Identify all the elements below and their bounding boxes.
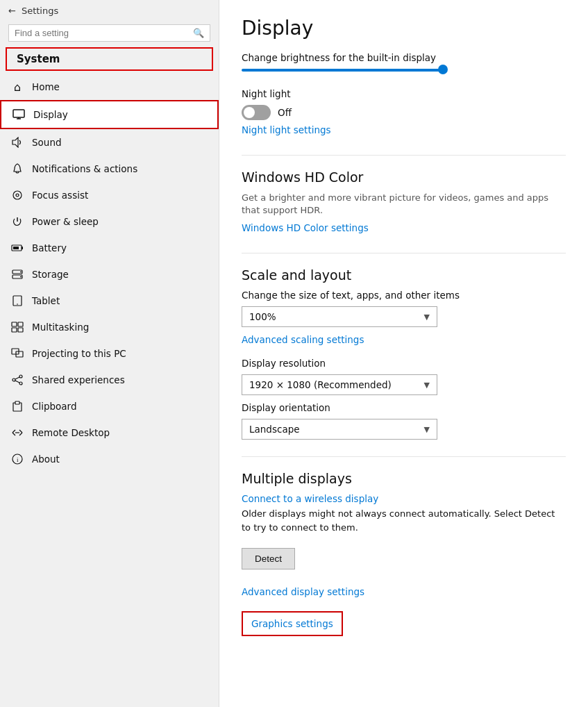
svg-point-4 bbox=[13, 191, 22, 199]
search-box[interactable]: 🔍 bbox=[8, 24, 210, 42]
graphics-settings-link[interactable]: Graphics settings bbox=[251, 618, 333, 629]
sidebar-item-about[interactable]: i About bbox=[0, 446, 219, 472]
divider-3 bbox=[242, 456, 566, 457]
system-section-label: System bbox=[6, 47, 213, 71]
hd-color-title: Windows HD Color bbox=[242, 169, 566, 185]
sidebar-item-label-storage: Storage bbox=[32, 269, 69, 280]
resolution-dropdown-chevron: ▼ bbox=[424, 381, 430, 390]
storage-icon bbox=[11, 268, 24, 281]
sidebar-item-label-tablet: Tablet bbox=[32, 295, 60, 306]
svg-line-30 bbox=[19, 430, 22, 433]
svg-point-14 bbox=[17, 303, 18, 305]
sidebar-item-sound[interactable]: Sound bbox=[0, 129, 219, 156]
detect-button[interactable]: Detect bbox=[242, 548, 295, 569]
brightness-track bbox=[242, 69, 443, 72]
svg-line-24 bbox=[15, 377, 19, 379]
remote-icon bbox=[11, 426, 24, 439]
svg-rect-16 bbox=[18, 322, 23, 326]
main-content: Display Change brightness for the built-… bbox=[219, 0, 588, 707]
display-icon bbox=[12, 108, 25, 121]
settings-back-button[interactable]: ← Settings bbox=[0, 0, 219, 22]
advanced-scaling-link[interactable]: Advanced scaling settings bbox=[242, 334, 364, 345]
sound-icon bbox=[11, 136, 24, 149]
orientation-dropdown-chevron: ▼ bbox=[424, 425, 430, 434]
clipboard-icon bbox=[11, 400, 24, 413]
power-icon bbox=[11, 215, 24, 228]
sidebar: ← Settings 🔍 System ⌂ Home Display So bbox=[0, 0, 219, 707]
hd-color-settings-link[interactable]: Windows HD Color settings bbox=[242, 222, 369, 233]
night-light-section: Night light Off Night light settings bbox=[242, 88, 566, 138]
svg-line-25 bbox=[15, 381, 19, 383]
resolution-dropdown[interactable]: 1920 × 1080 (Recommended) ▼ bbox=[242, 374, 437, 395]
sidebar-item-home[interactable]: ⌂ Home bbox=[0, 74, 219, 100]
tablet-icon bbox=[11, 294, 24, 307]
projecting-icon bbox=[11, 347, 24, 360]
svg-rect-8 bbox=[22, 247, 23, 249]
sidebar-item-display[interactable]: Display bbox=[0, 100, 219, 129]
sidebar-item-clipboard[interactable]: Clipboard bbox=[0, 393, 219, 419]
sidebar-item-storage[interactable]: Storage bbox=[0, 261, 219, 288]
svg-rect-7 bbox=[13, 247, 19, 249]
sidebar-item-label-home: Home bbox=[32, 81, 60, 92]
night-light-toggle[interactable] bbox=[242, 105, 271, 120]
night-light-state: Off bbox=[278, 107, 292, 118]
notifications-icon bbox=[11, 163, 24, 175]
orientation-label: Display orientation bbox=[242, 402, 566, 413]
sidebar-item-label-about: About bbox=[32, 454, 60, 465]
sidebar-item-projecting[interactable]: Projecting to this PC bbox=[0, 340, 219, 367]
svg-rect-18 bbox=[18, 328, 23, 332]
sidebar-item-shared[interactable]: Shared experiences bbox=[0, 367, 219, 393]
svg-point-12 bbox=[20, 276, 22, 278]
sidebar-item-label-clipboard: Clipboard bbox=[32, 401, 76, 412]
multiple-displays-info: Older displays might not always connect … bbox=[242, 507, 566, 534]
about-icon: i bbox=[11, 453, 24, 465]
resolution-label: Display resolution bbox=[242, 358, 566, 369]
advanced-display-settings-link[interactable]: Advanced display settings bbox=[242, 586, 364, 597]
sidebar-item-label-notifications: Notifications & actions bbox=[32, 163, 137, 174]
focus-icon bbox=[11, 189, 24, 201]
shared-icon bbox=[11, 374, 24, 386]
hd-color-description: Get a brighter and more vibrant picture … bbox=[242, 192, 566, 217]
sidebar-item-multitasking[interactable]: Multitasking bbox=[0, 314, 219, 340]
divider-2 bbox=[242, 253, 566, 253]
svg-text:i: i bbox=[17, 456, 19, 463]
graphics-settings-box[interactable]: Graphics settings bbox=[242, 611, 343, 636]
multiple-displays-title: Multiple displays bbox=[242, 471, 566, 486]
search-input[interactable] bbox=[15, 28, 189, 38]
sidebar-item-label-sound: Sound bbox=[32, 137, 62, 148]
sidebar-item-remote[interactable]: Remote Desktop bbox=[0, 419, 219, 446]
svg-line-28 bbox=[12, 430, 15, 433]
resolution-dropdown-value: 1920 × 1080 (Recommended) bbox=[249, 379, 392, 390]
brightness-label: Change brightness for the built-in displ… bbox=[242, 52, 566, 63]
orientation-dropdown[interactable]: Landscape ▼ bbox=[242, 419, 437, 440]
brightness-slider[interactable] bbox=[242, 69, 443, 72]
sidebar-item-label-shared: Shared experiences bbox=[32, 374, 125, 385]
svg-rect-0 bbox=[13, 110, 24, 117]
svg-line-31 bbox=[19, 433, 22, 435]
svg-line-29 bbox=[12, 433, 15, 435]
sidebar-item-label-display: Display bbox=[33, 109, 68, 120]
orientation-dropdown-value: Landscape bbox=[249, 424, 300, 435]
size-dropdown[interactable]: 100% ▼ bbox=[242, 306, 437, 327]
sidebar-item-label-power: Power & sleep bbox=[32, 216, 99, 227]
svg-point-21 bbox=[19, 375, 22, 378]
size-dropdown-value: 100% bbox=[249, 311, 276, 322]
hd-color-section: Windows HD Color Get a brighter and more… bbox=[242, 169, 566, 236]
svg-point-5 bbox=[16, 194, 19, 197]
wireless-display-link[interactable]: Connect to a wireless display bbox=[242, 493, 378, 504]
sidebar-item-focus[interactable]: Focus assist bbox=[0, 182, 219, 208]
sidebar-item-power[interactable]: Power & sleep bbox=[0, 208, 219, 235]
page-title: Display bbox=[242, 17, 566, 40]
multitasking-icon bbox=[11, 321, 24, 333]
sidebar-item-label-projecting: Projecting to this PC bbox=[32, 348, 126, 359]
svg-marker-3 bbox=[12, 138, 18, 147]
svg-point-22 bbox=[12, 379, 15, 381]
svg-point-11 bbox=[20, 272, 22, 273]
size-label: Change the size of text, apps, and other… bbox=[242, 290, 566, 301]
svg-rect-17 bbox=[12, 328, 17, 332]
sidebar-item-notifications[interactable]: Notifications & actions bbox=[0, 156, 219, 182]
night-light-settings-link[interactable]: Night light settings bbox=[242, 124, 331, 135]
sidebar-item-battery[interactable]: Battery bbox=[0, 235, 219, 261]
home-icon: ⌂ bbox=[11, 81, 24, 93]
sidebar-item-tablet[interactable]: Tablet bbox=[0, 288, 219, 314]
